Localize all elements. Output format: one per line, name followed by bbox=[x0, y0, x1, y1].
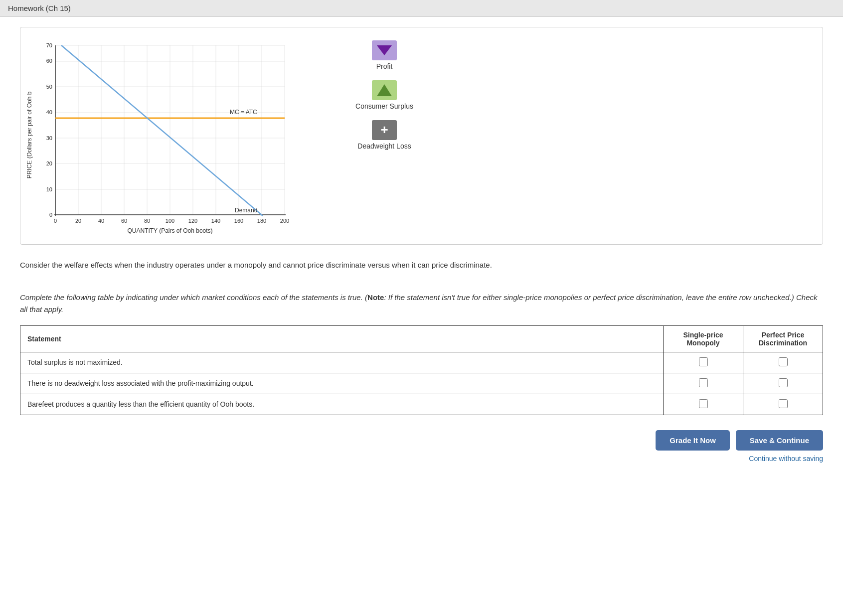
consumer-surplus-icon bbox=[372, 80, 397, 100]
checkbox-perfect-price-3[interactable] bbox=[779, 399, 788, 408]
svg-text:50: 50 bbox=[46, 84, 52, 90]
svg-text:120: 120 bbox=[188, 218, 197, 224]
checkbox-perfect-price-1[interactable] bbox=[779, 357, 788, 366]
statement-1: Total surplus is not maximized. bbox=[20, 352, 664, 373]
statement-2: There is no deadweight loss associated w… bbox=[20, 373, 664, 394]
profit-icon bbox=[372, 40, 397, 60]
legend-profit: Profit bbox=[372, 40, 397, 70]
statement-3: Barefeet produces a quantity less than t… bbox=[20, 394, 664, 415]
svg-text:100: 100 bbox=[166, 218, 174, 224]
checkbox-perfect-price-2[interactable] bbox=[779, 378, 788, 387]
perfect-price-check-2[interactable] bbox=[743, 373, 823, 394]
demand-line bbox=[61, 45, 263, 216]
svg-text:40: 40 bbox=[46, 109, 52, 115]
svg-text:10: 10 bbox=[46, 186, 52, 192]
svg-text:20: 20 bbox=[75, 218, 81, 224]
svg-text:20: 20 bbox=[46, 160, 52, 166]
svg-text:60: 60 bbox=[121, 218, 127, 224]
page-title: Homework (Ch 15) bbox=[8, 4, 71, 12]
content-area: PRICE (Dollars per pair of Ooh b bbox=[0, 17, 843, 472]
perfect-price-check-3[interactable] bbox=[743, 394, 823, 415]
statement-table: Statement Single-price Monopoly Perfect … bbox=[20, 325, 823, 415]
legend-consumer-surplus: Consumer Surplus bbox=[355, 80, 413, 110]
svg-text:+: + bbox=[380, 122, 388, 137]
continue-without-saving-link[interactable]: Continue without saving bbox=[749, 455, 823, 462]
chart-svg: PRICE (Dollars per pair of Ooh b bbox=[25, 35, 305, 235]
header-single-price: Single-price Monopoly bbox=[664, 325, 743, 352]
chart-container: PRICE (Dollars per pair of Ooh b bbox=[20, 27, 823, 245]
perfect-price-check-1[interactable] bbox=[743, 352, 823, 373]
mc-atc-label: MC = ATC bbox=[230, 109, 257, 116]
legend-deadweight-loss: + Deadweight Loss bbox=[357, 120, 411, 150]
single-price-check-1[interactable] bbox=[664, 352, 743, 373]
svg-text:140: 140 bbox=[211, 218, 220, 224]
y-axis-label: PRICE (Dollars per pair of Ooh b bbox=[26, 91, 33, 178]
save-continue-button[interactable]: Save & Continue bbox=[736, 430, 823, 451]
svg-text:70: 70 bbox=[46, 42, 52, 48]
demand-label: Demand bbox=[235, 207, 257, 214]
table-row: There is no deadweight loss associated w… bbox=[20, 373, 823, 394]
deadweight-loss-icon: + bbox=[372, 120, 397, 140]
svg-text:160: 160 bbox=[234, 218, 243, 224]
table-instruction: Complete the following table by indicati… bbox=[20, 292, 823, 315]
svg-text:200: 200 bbox=[280, 218, 289, 224]
chart-area: PRICE (Dollars per pair of Ooh b bbox=[25, 35, 315, 236]
svg-text:0: 0 bbox=[49, 212, 52, 218]
button-row: Grade It Now Save & Continue bbox=[656, 430, 823, 451]
svg-text:80: 80 bbox=[144, 218, 150, 224]
checkbox-single-price-1[interactable] bbox=[699, 357, 708, 366]
svg-text:QUANTITY (Pairs of Ooh boots): QUANTITY (Pairs of Ooh boots) bbox=[127, 227, 212, 234]
title-bar: Homework (Ch 15) bbox=[0, 0, 843, 17]
instruction-text: Consider the welfare effects when the in… bbox=[20, 260, 823, 271]
page-wrapper: Homework (Ch 15) PRICE (Dollars per pair… bbox=[0, 0, 843, 616]
checkbox-single-price-2[interactable] bbox=[699, 378, 708, 387]
bottom-actions: Grade It Now Save & Continue Continue wi… bbox=[20, 430, 823, 462]
deadweight-loss-label: Deadweight Loss bbox=[357, 142, 411, 150]
single-price-check-2[interactable] bbox=[664, 373, 743, 394]
header-statement: Statement bbox=[20, 325, 664, 352]
consumer-surplus-label: Consumer Surplus bbox=[355, 102, 413, 110]
svg-text:0: 0 bbox=[54, 218, 57, 224]
table-row: Barefeet produces a quantity less than t… bbox=[20, 394, 823, 415]
legend-area: Profit Consumer Surplus bbox=[330, 35, 439, 150]
table-row: Total surplus is not maximized. bbox=[20, 352, 823, 373]
checkbox-single-price-3[interactable] bbox=[699, 399, 708, 408]
svg-text:180: 180 bbox=[257, 218, 266, 224]
svg-text:60: 60 bbox=[46, 58, 52, 64]
single-price-check-3[interactable] bbox=[664, 394, 743, 415]
table-header-row: Statement Single-price Monopoly Perfect … bbox=[20, 325, 823, 352]
header-perfect-price: Perfect Price Discrimination bbox=[743, 325, 823, 352]
profit-label: Profit bbox=[376, 62, 393, 70]
svg-text:40: 40 bbox=[98, 218, 104, 224]
grade-it-now-button[interactable]: Grade It Now bbox=[656, 430, 730, 451]
svg-text:30: 30 bbox=[46, 135, 52, 141]
